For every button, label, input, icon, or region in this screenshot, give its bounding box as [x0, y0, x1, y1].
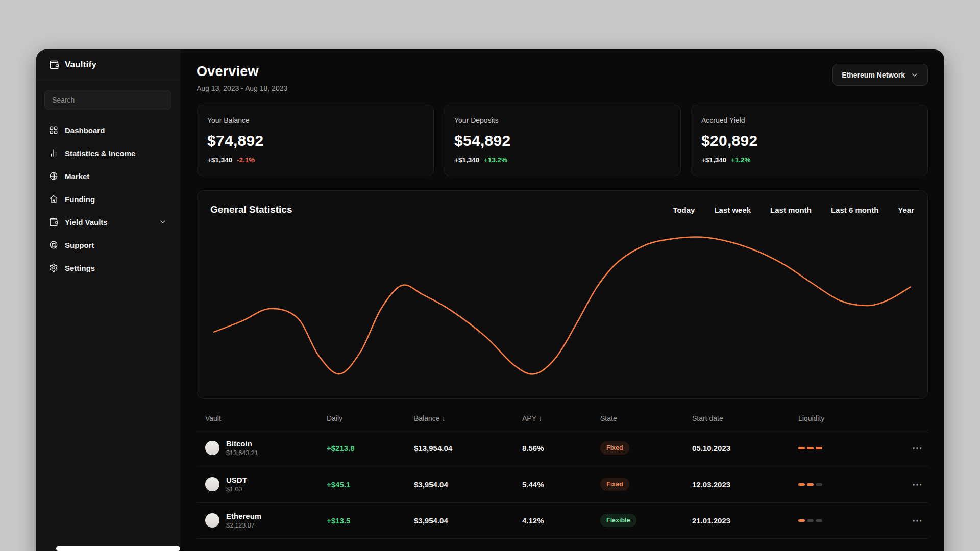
delta-percent: -2.1% [237, 156, 255, 164]
liquidity-dash [807, 447, 814, 449]
filter-year[interactable]: Year [898, 206, 914, 214]
chevron-down-icon [911, 71, 919, 79]
bar-chart-icon [49, 148, 58, 158]
table-row-usdt[interactable]: USDT$1.00+$45.1$3,954.045.44%Fixed12.03.… [197, 466, 928, 503]
daily-change: +$45.1 [327, 480, 414, 489]
main-content: Overview Aug 13, 2023 - Aug 18, 2023 Eth… [180, 49, 944, 551]
state-badge: Flexible [600, 514, 636, 527]
sidebar-item-dashboard[interactable]: Dashboard [42, 120, 174, 140]
filter-last-month[interactable]: Last month [770, 206, 812, 214]
delta-percent: +1.2% [731, 156, 751, 164]
delta-percent: +13.2% [484, 156, 507, 164]
sidebar-item-label: Settings [65, 264, 95, 272]
vault-price: $2,123.87 [226, 522, 261, 529]
state-badge: Fixed [600, 478, 629, 491]
column-header-start-date: Start date [692, 414, 798, 422]
balance-value: $13,954.04 [414, 444, 522, 453]
vault-wallet-icon [49, 217, 58, 227]
sidebar-item-yield-vaults[interactable]: Yield Vaults [42, 212, 174, 232]
table-row-bitcoin[interactable]: Bitcoin$13,643.21+$213.8$13,954.048.56%F… [197, 430, 928, 466]
filter-today[interactable]: Today [673, 206, 695, 214]
row-menu-button[interactable]: ⋯ [899, 514, 928, 527]
deposits-card: Your Deposits $54,892 +$1,340 +13.2% [444, 105, 681, 176]
chart-title: General Statistics [210, 204, 292, 215]
support-icon [49, 240, 58, 249]
sidebar-item-label: Market [65, 172, 89, 181]
dashboard-grid-icon [49, 126, 58, 135]
liquidity-dash [798, 447, 805, 449]
vault-name: USDT [226, 475, 247, 484]
table-header: VaultDailyBalance ↓APY ↓StateStart dateL… [197, 407, 928, 430]
vaults-table: VaultDailyBalance ↓APY ↓StateStart dateL… [197, 407, 928, 539]
coin-avatar [205, 441, 219, 455]
daily-change: +$213.8 [327, 444, 414, 453]
column-header-vault: Vault [197, 414, 327, 422]
table-row-ethereum[interactable]: Ethereum$2,123.87+$13.5$3,954.044.12%Fle… [197, 503, 928, 539]
stat-label: Your Balance [207, 116, 423, 124]
sidebar-item-label: Funding [65, 195, 95, 204]
liquidity-dash [798, 483, 805, 486]
apy-value: 5.44% [522, 480, 600, 489]
liquidity-indicator [798, 447, 899, 449]
column-header-apy[interactable]: APY ↓ [522, 414, 600, 422]
stat-value: $20,892 [701, 132, 917, 149]
sidebar-item-market[interactable]: Market [42, 166, 174, 186]
stat-label: Accrued Yield [701, 116, 917, 124]
column-header-daily: Daily [327, 414, 414, 422]
column-header-balance[interactable]: Balance ↓ [414, 414, 522, 422]
search-input[interactable] [44, 90, 172, 110]
liquidity-dash [816, 447, 822, 449]
stat-value: $54,892 [454, 132, 670, 149]
row-menu-button[interactable]: ⋯ [899, 478, 928, 490]
vault-name: Ethereum [226, 512, 261, 520]
home-icon [49, 194, 58, 204]
wallet-icon [49, 60, 59, 70]
start-date: 05.10.2023 [692, 444, 798, 453]
state-badge: Fixed [600, 441, 629, 455]
sidebar-nav: DashboardStatistics & IncomeMarketFundin… [36, 115, 180, 283]
start-date: 12.03.2023 [692, 480, 798, 489]
sidebar-item-label: Yield Vaults [65, 218, 108, 227]
page-title: Overview [197, 64, 287, 80]
time-filters: TodayLast weekLast monthLast 6 monthYear [673, 206, 914, 214]
general-statistics-card: General Statistics TodayLast weekLast mo… [197, 190, 928, 399]
app-logo: Vaultify [36, 49, 180, 80]
globe-icon [49, 171, 58, 181]
liquidity-dash [807, 483, 814, 486]
filter-last-6-month[interactable]: Last 6 month [831, 206, 878, 214]
column-header-liquidity: Liquidity [798, 414, 899, 422]
app-window: Vaultify DashboardStatistics & IncomeMar… [36, 49, 944, 551]
liquidity-dash [807, 519, 814, 522]
coin-avatar [205, 513, 219, 528]
gear-icon [49, 263, 58, 272]
start-date: 21.01.2023 [692, 516, 798, 525]
chevron-down-icon [159, 218, 167, 226]
filter-last-week[interactable]: Last week [714, 206, 751, 214]
daily-change: +$13.5 [327, 516, 414, 525]
sidebar-item-statistics-income[interactable]: Statistics & Income [42, 143, 174, 163]
sidebar-item-label: Statistics & Income [65, 149, 135, 158]
delta-amount: +$1,340 [701, 156, 726, 164]
balance-value: $3,954.04 [414, 516, 522, 525]
stat-label: Your Deposits [454, 116, 670, 124]
column-header-menu [899, 414, 928, 422]
stat-value: $74,892 [207, 132, 423, 149]
sidebar-item-support[interactable]: Support [42, 235, 174, 255]
column-header-state: State [600, 414, 692, 422]
liquidity-dash [798, 519, 805, 522]
network-selector-button[interactable]: Ethereum Network [832, 64, 928, 86]
vault-price: $1.00 [226, 486, 247, 493]
stat-cards: Your Balance $74,892 +$1,340 -2.1% Your … [197, 105, 928, 176]
network-selector-label: Ethereum Network [842, 71, 905, 79]
sidebar-item-funding[interactable]: Funding [42, 189, 174, 209]
apy-value: 8.56% [522, 444, 600, 453]
date-range: Aug 13, 2023 - Aug 18, 2023 [197, 84, 287, 92]
liquidity-dash [816, 483, 822, 486]
horizontal-scrollbar[interactable] [56, 546, 180, 551]
sidebar-item-label: Support [65, 241, 94, 249]
sidebar-item-settings[interactable]: Settings [42, 258, 174, 278]
liquidity-indicator [798, 519, 899, 522]
row-menu-button[interactable]: ⋯ [899, 442, 928, 454]
statistics-line-chart [210, 220, 914, 393]
liquidity-dash [816, 519, 822, 522]
